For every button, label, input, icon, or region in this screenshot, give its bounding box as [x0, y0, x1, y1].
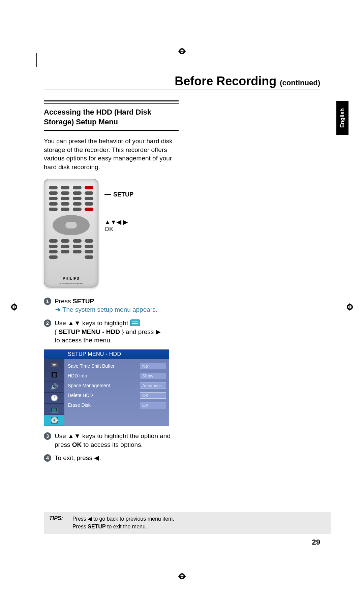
hdd-setup-menu-screenshot: SETUP MENU - HDD 📼 🎞 🔊 🕒 📺 💽 Save Time S… [44, 349, 169, 426]
step1-result: The system setup menu appears. [62, 306, 157, 313]
step2-menu: SETUP MENU - HDD [59, 328, 120, 335]
menu-row-label: Delete HDD [68, 393, 93, 398]
step-number-icon: 1 [44, 298, 51, 305]
registration-mark-top [178, 47, 186, 55]
step2-arrow: ▶ [156, 328, 161, 335]
menu-title: SETUP MENU - HDD [44, 350, 169, 359]
step2-keys: ▲▼ [68, 319, 81, 327]
hdd-icon [130, 319, 140, 326]
step-3: 3 Use ▲▼ keys to highlight the option an… [44, 432, 179, 449]
menu-row-value: OK [140, 392, 166, 399]
tips-line2-a: Press [72, 524, 88, 529]
callout-ok: OK [104, 226, 133, 233]
tips-line1-a: Press [72, 516, 88, 522]
step-4: 4 To exit, press ◀. [44, 454, 179, 462]
tips-box: TIPS: Press ◀ to go back to previous men… [44, 512, 331, 534]
menu-row-value: OK [140, 402, 166, 408]
language-tab: English [336, 101, 348, 135]
menu-row: Erase DiskOK [68, 400, 166, 410]
step1-text-a: Press [55, 298, 73, 305]
remote-brand: PHILIPS [44, 276, 98, 280]
tips-label: TIPS: [49, 515, 63, 530]
menu-row-label: Save Time Shift Buffer [68, 363, 115, 369]
step2-text-e: to access the menu. [55, 337, 112, 344]
menu-row: Save Time Shift BufferNo [68, 361, 166, 371]
menu-sidebar-icons: 📼 🎞 🔊 🕒 📺 💽 [44, 359, 64, 426]
step1-setup: SETUP [73, 298, 94, 305]
step3-ok: OK [72, 441, 82, 448]
menu-icon: 📼 [44, 359, 64, 370]
menu-icon: 🔊 [44, 381, 64, 393]
crop-tick [36, 53, 37, 67]
menu-row: Space ManagementAutomatic [68, 381, 166, 391]
section-heading: Accessing the HDD (Hard Disk Storage) Se… [44, 108, 179, 127]
remote-subbrand: HDD & DVD RECORDER [44, 282, 98, 284]
tips-line2-setup: SETUP [88, 524, 105, 529]
menu-row-label: Erase Disk [68, 402, 91, 408]
section-double-rule [44, 100, 179, 104]
page-title: Before Recording (continued) [44, 74, 320, 88]
step2-text-a: Use [55, 319, 68, 327]
tips-line1-arrow: ◀ [88, 516, 92, 522]
step-number-icon: 4 [44, 454, 51, 462]
svg-rect-15 [346, 307, 354, 307]
section-intro: You can preset the behavior of your hard… [44, 137, 179, 172]
svg-rect-3 [178, 51, 186, 52]
step2-text-c: { [55, 328, 59, 335]
title-divider [44, 90, 320, 90]
step3-text-a: Use [55, 432, 68, 439]
menu-row-value: No [140, 363, 166, 369]
menu-row-label: HDD Info [68, 373, 87, 378]
remote-callouts: SETUP ▲▼◀ ▶ OK [104, 179, 133, 233]
page-number: 29 [44, 538, 320, 547]
step-number-icon: 2 [44, 319, 51, 327]
registration-mark-bottom [178, 572, 186, 580]
menu-icon: 🕒 [44, 393, 64, 404]
registration-mark-left [10, 303, 18, 311]
tips-line2-c: to exit the menu. [106, 524, 147, 529]
step2-text-d: } and press [120, 328, 156, 335]
step2-text-b: keys to highlight [81, 319, 130, 327]
svg-rect-11 [10, 307, 18, 307]
menu-icon-active: 💽 [44, 415, 64, 426]
menu-icon: 📺 [44, 404, 64, 415]
step1-text-c: . [94, 298, 96, 305]
menu-icon: 🎞 [44, 370, 64, 381]
step3-keys: ▲▼ [68, 432, 81, 439]
section-single-rule [44, 130, 179, 131]
menu-row: HDD InfoShow [68, 371, 166, 381]
callout-nav-arrows: ▲▼◀ ▶ [104, 218, 133, 226]
step4-arrow: ◀ [94, 454, 99, 461]
step3-text-c: to access its options. [82, 441, 143, 448]
step-number-icon: 3 [44, 432, 51, 440]
step4-text-b: . [99, 454, 101, 461]
menu-row-value: Automatic [140, 382, 166, 389]
result-arrow-icon: ➔ [55, 306, 61, 313]
step-1: 1 Press SETUP. ➔ The system setup menu a… [44, 297, 179, 314]
menu-row-label: Space Management [68, 383, 110, 388]
remote-control-illustration: PHILIPS HDD & DVD RECORDER [44, 179, 98, 287]
svg-rect-7 [178, 576, 186, 577]
step-2: 2 Use ▲▼ keys to highlight { SETUP MENU … [44, 319, 179, 345]
step4-text-a: To exit, press [55, 454, 94, 461]
menu-row-value: Show [140, 373, 166, 379]
menu-row: Delete HDDOK [68, 391, 166, 400]
page-title-text: Before Recording [175, 74, 276, 88]
tips-line1-b: to go back to previous menu item. [92, 516, 174, 522]
callout-setup: SETUP [113, 191, 133, 198]
page-title-continued: (continued) [280, 79, 320, 87]
registration-mark-right [346, 303, 354, 311]
